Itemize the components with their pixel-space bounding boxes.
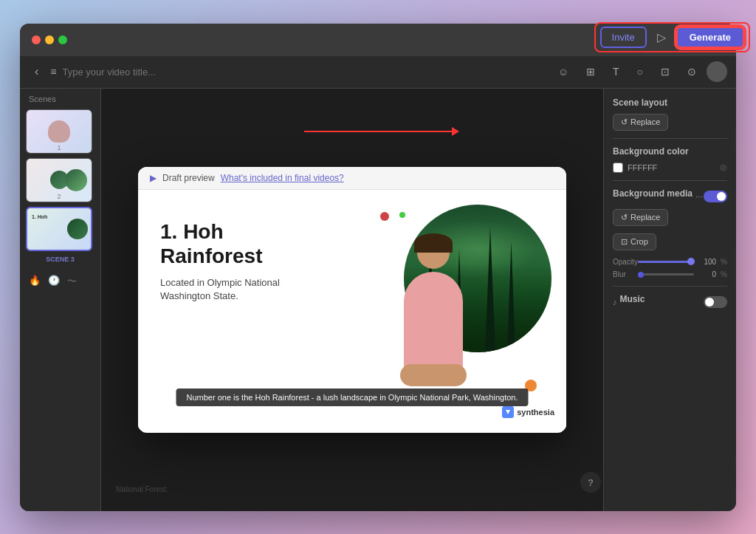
synthesia-icon [502, 406, 514, 418]
right-panel: Scene layout ↺ Replace Background color … [603, 89, 736, 511]
close-button[interactable] [32, 35, 41, 44]
blur-unit: % [721, 270, 727, 278]
modal-content: 1. HohRainforest Located in Olympic Nati… [138, 190, 566, 428]
toolbar-center: ☺ ⊞ T ○ ⊡ ⊙ [554, 63, 701, 81]
whats-included-link[interactable]: What's included in final videos? [221, 173, 344, 183]
preview-text-area: 1. HohRainforest Located in Olympic Nati… [160, 219, 280, 304]
crop-label: Crop [630, 237, 648, 246]
preview-title: 1. HohRainforest [160, 219, 280, 269]
bg-media-title: Background media [613, 188, 693, 199]
invite-button[interactable]: Invite [600, 27, 647, 48]
bg-color-row: FFFFFF ◎ [613, 162, 727, 173]
scene-layout-title: Scene layout [613, 97, 727, 108]
editor-area: National Forest. ▶ Draft pr [101, 89, 603, 511]
person-head [417, 236, 450, 269]
scene-replace-label: Replace [630, 117, 660, 126]
color-value: FFFFFF [628, 163, 715, 172]
menu-icon[interactable]: ≡ [50, 66, 56, 78]
bg-media-replace-button[interactable]: ↺ Replace [613, 209, 668, 226]
canvas-content: National Forest. ▶ Draft pr [101, 89, 603, 511]
image-icon[interactable]: ⊡ [656, 63, 674, 81]
record-icon[interactable]: ⊙ [683, 63, 701, 81]
scene-number-1: 1 [57, 144, 61, 151]
minimize-button[interactable] [45, 35, 54, 44]
arrow-head [452, 127, 459, 136]
scene-number-2: 2 [57, 193, 61, 200]
opacity-unit: % [721, 258, 727, 266]
scenes-label: Scenes [26, 95, 94, 103]
bg-color-title: Background color [613, 146, 727, 157]
scene-thumb-3[interactable]: 1. Hoh [26, 207, 92, 251]
bg-media-more-icon[interactable]: ··· [695, 191, 703, 202]
blur-row: Blur 0 % [613, 270, 727, 278]
music-title: Music [620, 294, 645, 304]
replace-icon: ↺ [621, 117, 628, 127]
opacity-value: 100 [698, 258, 716, 266]
opacity-thumb[interactable] [687, 258, 695, 265]
scenes-sidebar: Scenes 1 2 1. Hoh S [20, 89, 101, 511]
toolbar: ‹ ≡ ☺ ⊞ T ○ ⊡ ⊙ Invite ▷ Generate [20, 56, 736, 89]
preview-scene: 1. HohRainforest Located in Olympic Nati… [138, 190, 566, 428]
blur-value: 0 [698, 270, 716, 278]
red-arrow-annotation [304, 127, 459, 136]
draft-label: Draft preview [162, 173, 215, 183]
media-icon[interactable]: ⊞ [582, 63, 599, 81]
music-icon: ♪ [613, 298, 617, 307]
opacity-label: Opacity [613, 258, 633, 266]
generate-button[interactable]: Generate [676, 27, 736, 48]
blur-slider[interactable] [638, 273, 694, 275]
scene-thumb-1[interactable]: 1 [26, 109, 92, 154]
blur-label: Blur [613, 270, 633, 278]
emoji-icon[interactable]: ☺ [554, 63, 573, 81]
bg-media-crop-row: ⊡ Crop [613, 233, 727, 250]
play-button[interactable]: ▷ [651, 27, 672, 47]
fire-icon[interactable]: 🔥 [29, 275, 41, 288]
modal-header: ▶ Draft preview What's included in final… [138, 167, 566, 190]
maximize-button[interactable] [58, 35, 67, 44]
title-input[interactable] [63, 66, 181, 78]
bg-replace-label: Replace [630, 213, 660, 222]
text-icon[interactable]: T [608, 63, 624, 81]
bg-media-title-row: Background media ··· [613, 188, 703, 205]
arrow-line [304, 131, 452, 132]
bg-media-replace-row: ↺ Replace [613, 209, 727, 226]
shapes-icon[interactable]: ○ [633, 63, 647, 81]
blur-thumb[interactable] [638, 272, 644, 278]
main-content: Scenes 1 2 1. Hoh S [20, 89, 736, 511]
toolbar-left: ‹ ≡ [29, 62, 548, 81]
draft-icon: ▶ [150, 173, 157, 183]
music-toggle[interactable] [704, 296, 727, 308]
bg-replace-icon: ↺ [621, 213, 628, 222]
person-hands [400, 364, 467, 386]
app-window: ‹ ≡ ☺ ⊞ T ○ ⊡ ⊙ Invite ▷ Generate Scenes [20, 24, 736, 511]
clock-icon[interactable]: 🕐 [48, 275, 60, 288]
subtitles-bar: Number one is the Hoh Rainforest - a lus… [176, 388, 529, 406]
synthesia-text: synthesia [517, 408, 554, 417]
editor-canvas[interactable]: National Forest. ▶ Draft pr [101, 89, 603, 511]
color-swatch[interactable] [613, 162, 623, 173]
toolbar-right: Invite ▷ Generate [707, 61, 727, 82]
scene-replace-button[interactable]: ↺ Replace [613, 114, 668, 131]
draft-preview-modal: ▶ Draft preview What's included in final… [138, 167, 566, 433]
modal-overlay: ▶ Draft preview What's included in final… [101, 89, 603, 511]
opacity-fill [638, 261, 694, 263]
action-buttons-highlight: Invite ▷ Generate [594, 24, 736, 53]
bg-media-crop-button[interactable]: ⊡ Crop [613, 233, 656, 250]
bg-media-toggle[interactable] [704, 191, 727, 202]
back-button[interactable]: ‹ [29, 62, 44, 81]
opacity-row: Opacity 100 % [613, 258, 727, 266]
scene-thumb-2[interactable]: 2 [26, 158, 92, 202]
bg-media-row: Background media ··· [613, 188, 727, 205]
opacity-slider[interactable] [638, 261, 694, 263]
music-row: ♪ Music [613, 294, 727, 310]
person-body [404, 272, 463, 375]
scene-label: SCENE 3 [26, 256, 94, 263]
scene-layout-row: ↺ Replace [613, 114, 727, 131]
avatar-icon [707, 61, 727, 82]
wave-icon[interactable]: 〜 [67, 275, 77, 288]
color-picker-icon[interactable]: ◎ [720, 162, 727, 172]
separator-2 [613, 180, 727, 181]
sidebar-tool-icons: 🔥 🕐 〜 [26, 269, 94, 294]
separator-1 [613, 138, 727, 139]
separator-3 [613, 286, 727, 287]
